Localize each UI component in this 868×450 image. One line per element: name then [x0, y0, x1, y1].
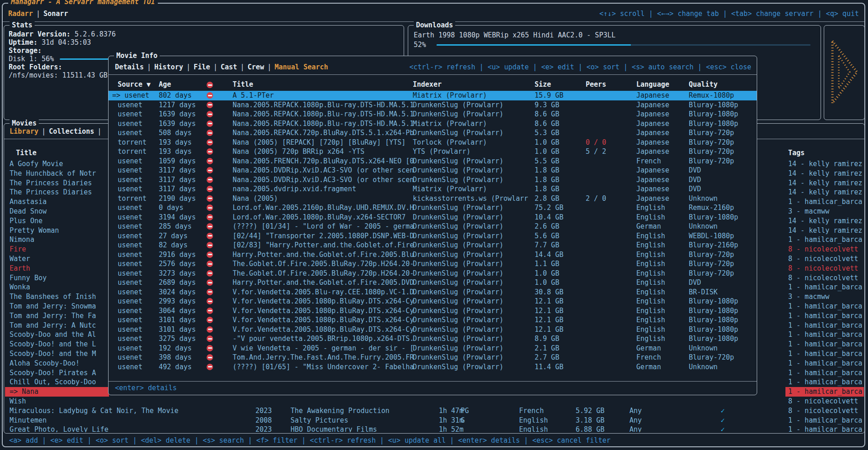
release-row[interactable]: usenet 0 days Lord.of.War.2005.2160p.Blu… [109, 203, 757, 213]
release-row[interactable]: => usenet 802 days A 5.1-PTer Miatrix (P… [109, 91, 757, 100]
movie-info-footer-hint: <enter> details [115, 383, 177, 393]
release-row[interactable]: usenet 192 days V wie Vendetta - 2005 - … [109, 344, 757, 353]
movie-title[interactable]: Funny Boy [5, 273, 109, 283]
movie-title[interactable]: Aloha Scooby-Doo! [5, 359, 109, 368]
movie-title[interactable]: Plus One [5, 216, 109, 226]
movie-title[interactable]: Tom and Jerry: A Nutc [5, 321, 109, 330]
release-row[interactable]: torrent 193 days Nana (2005) 720p BRRip … [109, 147, 757, 157]
movie-title[interactable]: Miraculous: Ladybug & Cat Noir, The Movi… [5, 406, 109, 416]
release-row[interactable]: usenet 2689 days Harry.Potter.and.the.Go… [109, 278, 757, 288]
release-language: Japanese [636, 175, 669, 185]
movie-title[interactable]: Fire [5, 245, 109, 254]
release-indexer: DrunkenSlug (Prowlarr) [413, 362, 504, 372]
movie-title[interactable]: Great Photo, Lovely Life [5, 425, 109, 432]
movie-title[interactable]: The Princess Diaries [5, 178, 109, 188]
release-row[interactable]: usenet 1217 days Nana.2005.REPACK.1080p.… [109, 100, 757, 110]
movie-quality-profile: Any [629, 425, 642, 432]
release-row[interactable]: usenet 3275 days -"V pour vendetta.2005.… [109, 334, 757, 344]
movie-title[interactable]: Anastasia [5, 197, 109, 207]
tab-collections[interactable]: Collections [49, 127, 94, 136]
release-size: 10.4 GB [535, 213, 563, 222]
release-quality: Bluray-720p [689, 269, 734, 278]
tab-crew[interactable]: Crew [248, 63, 264, 71]
release-row[interactable]: usenet 3101 days V.for.Vendetta.2005.108… [109, 325, 757, 335]
release-row[interactable]: usenet 27 days [02/44] "Transporter 2.20… [109, 231, 757, 241]
movie-title[interactable]: Scooby-Doo! Pirates A [5, 368, 109, 378]
release-row[interactable]: usenet 3101 days V.for.Vendetta.2005.108… [109, 315, 757, 325]
release-quality: Unknown [689, 362, 717, 372]
movie-title[interactable]: Scooby-Doo! and the M [5, 349, 109, 359]
movie-title[interactable]: Earth [5, 264, 109, 273]
column-language[interactable]: Language [636, 80, 669, 89]
release-row[interactable]: usenet 3064 days V.for.Vendetta.2005.108… [109, 306, 757, 316]
column-indexer[interactable]: Indexer [413, 80, 442, 89]
release-row[interactable]: usenet 3117 days Nana.2005.DVDRip.XviD.A… [109, 166, 757, 175]
release-source: torrent [118, 138, 146, 147]
movie-title[interactable]: Dead Snow [5, 207, 109, 216]
release-row[interactable]: usenet 3024 days V.for.Vendetta.2005.Blu… [109, 288, 757, 297]
movie-title[interactable]: The Hunchback of Notr [5, 169, 109, 178]
column-peers[interactable]: Peers [586, 80, 606, 89]
movie-row[interactable]: Great Photo, Lovely Life 2023 HBO Docume… [4, 425, 864, 432]
release-size: 1.0 GB [535, 138, 559, 147]
release-row[interactable]: torrent 2190 days Nana (2005) kickasstor… [109, 194, 757, 204]
download-item-row[interactable]: Earth 1998 1080p WEBRip x265 Hindi AAC2.… [414, 31, 817, 39]
movie-title[interactable]: Scooby-Doo! and the L [5, 340, 109, 349]
release-row[interactable]: usenet 1639 days Nana.2005.REPACK.1080p.… [109, 110, 757, 119]
release-row[interactable]: torrent 193 days Nana (2005) [REPACK] [7… [109, 138, 757, 147]
column-release-title[interactable]: Title [233, 80, 253, 89]
release-row[interactable]: usenet 3273 days The.Goblet.Of.Fire.2005… [109, 269, 757, 278]
release-row[interactable]: usenet 1639 days Nana.2005.REPACK.1080p.… [109, 119, 757, 129]
movie-title[interactable]: Nimona [5, 235, 109, 245]
release-size: 9.3 GB [535, 100, 559, 110]
movie-title[interactable]: Pretty Woman [5, 226, 109, 235]
release-row[interactable]: usenet 285 days (????) [01/34] - "Lord o… [109, 222, 757, 231]
release-row[interactable]: usenet 2576 days The.Goblet.Of.Fire.2005… [109, 259, 757, 269]
tab-manual-search[interactable]: Manual Search [275, 63, 328, 71]
release-row[interactable]: usenet 82 days [02/83] "Harry.Potter.and… [109, 241, 757, 250]
movie-title[interactable]: Minutemen [5, 416, 109, 425]
release-row[interactable]: usenet 3117 days nana.2005.dvdrip.xvid.f… [109, 184, 757, 194]
movie-title[interactable]: Wish [5, 397, 109, 406]
tab-sonarr[interactable]: Sonarr [43, 10, 68, 18]
movie-title[interactable]: Chill Out, Scooby-Doo [5, 377, 109, 387]
movie-title[interactable]: Tom and Jerry: Snowma [5, 302, 109, 311]
tab-library[interactable]: Library [10, 127, 38, 136]
release-size: 1.0 GB [535, 269, 559, 278]
movie-title[interactable]: Tom and Jerry: The Fa [5, 311, 109, 321]
column-movie-title[interactable]: Title [16, 148, 36, 158]
tab-radarr[interactable]: Radarr [8, 10, 33, 18]
tab-file[interactable]: File [194, 63, 210, 71]
movie-row[interactable]: Minutemen 2008 Salty Pictures 1h 31m G E… [4, 416, 864, 425]
movie-title[interactable]: => Nana [5, 387, 109, 397]
column-quality[interactable]: Quality [689, 80, 717, 89]
column-size[interactable]: Size [535, 80, 551, 89]
release-quality: Bluray-720p [689, 147, 734, 157]
release-row[interactable]: usenet 3194 days Lord.of.War.2005.1080p.… [109, 213, 757, 222]
movie-title[interactable]: A Goofy Movie [5, 159, 109, 169]
tab-details[interactable]: Details [115, 63, 144, 71]
release-row[interactable]: usenet 1059 days Nana.2005.FRENCH.720p.B… [109, 157, 757, 166]
movie-title[interactable]: The Banshees of Inish [5, 292, 109, 302]
release-row[interactable]: usenet 2993 days V.for.Vendetta.2005.108… [109, 297, 757, 306]
column-source-sorted[interactable]: Source ▼ [118, 80, 151, 89]
release-row[interactable]: usenet 508 days Nana.2005.REPACK.720p.Bl… [109, 128, 757, 138]
release-row[interactable]: usenet 398 days Tom.And.Jerry.The.Fast.A… [109, 353, 757, 362]
movie-title[interactable]: The Princess Diaries [5, 188, 109, 197]
tab-history[interactable]: History [154, 63, 183, 71]
movie-row[interactable]: Wish 8 - nicolecolvett [4, 397, 864, 406]
movie-row[interactable]: Miraculous: Ladybug & Cat Noir, The Movi… [4, 406, 864, 416]
release-row[interactable]: usenet 3117 days Nana.2005.DVDRip.XviD.A… [109, 175, 757, 185]
movie-title[interactable]: Scooby-Doo and the Al [5, 330, 109, 340]
release-language: Japanese [636, 147, 669, 157]
release-row[interactable]: usenet 492 days (????) [01/65] - "Miss U… [109, 362, 757, 372]
movie-title[interactable]: Wonka [5, 283, 109, 292]
column-age[interactable]: Age [159, 80, 171, 89]
release-row[interactable]: usenet 2916 days Harry.Potter.and.the.Go… [109, 250, 757, 260]
tab-cast[interactable]: Cast [221, 63, 237, 71]
movie-title[interactable]: Water [5, 254, 109, 264]
release-size: 2.1 GB [535, 344, 559, 353]
movie-tag: 1 - hamilcar_barca [785, 387, 864, 397]
movie-info-footer-separator [109, 381, 757, 382]
release-age: 3117 days [159, 184, 196, 194]
